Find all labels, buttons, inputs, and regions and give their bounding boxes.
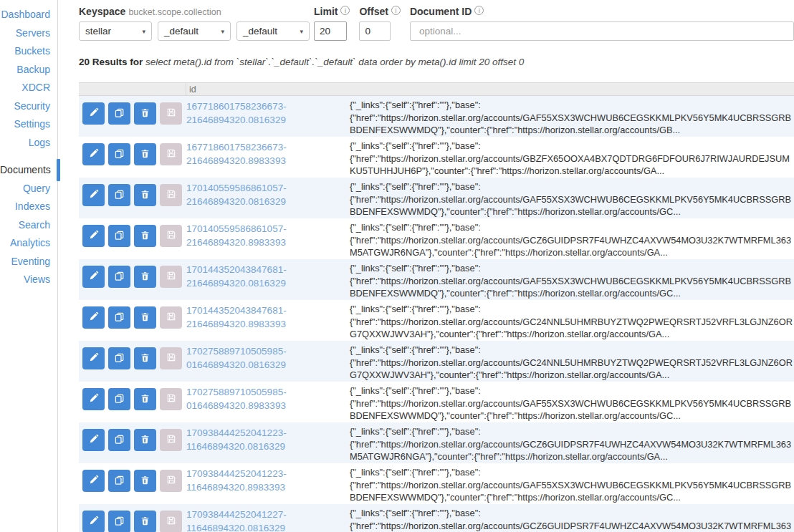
copy-document-button[interactable] xyxy=(108,266,130,288)
floppy-save-icon xyxy=(166,230,176,242)
copy-icon xyxy=(114,434,125,447)
edit-document-button[interactable] xyxy=(82,306,105,329)
document-json-preview: {"_links":{"self":{"href":""},"base": {"… xyxy=(350,218,794,259)
document-id-link[interactable]: 170938444252041223-11646894320.0816329 xyxy=(186,422,350,463)
document-id-link[interactable]: 170275889710505985-01646894320.0816329 xyxy=(186,341,350,382)
sidebar-item-indexes[interactable]: Indexes xyxy=(0,198,57,216)
sidebar-item-search[interactable]: Search xyxy=(0,216,57,235)
delete-document-button[interactable] xyxy=(134,184,156,206)
copy-icon xyxy=(114,352,125,365)
pencil-icon xyxy=(89,107,99,120)
results-query-text: select meta().id from `stellar`.`_defaul… xyxy=(145,57,524,67)
document-id-link[interactable]: 170144352043847681-21646894320.8983393 xyxy=(186,300,350,341)
copy-document-button[interactable] xyxy=(108,306,130,329)
edit-document-button[interactable] xyxy=(82,184,105,206)
results-summary: 20 Results for select meta().id from `st… xyxy=(79,57,794,67)
document-id-link[interactable]: 170140559586861057-21646894320.0816329 xyxy=(186,178,350,218)
copy-document-button[interactable] xyxy=(108,102,130,125)
delete-document-button[interactable] xyxy=(134,511,156,532)
sidebar-item-buckets[interactable]: Buckets xyxy=(0,42,57,61)
delete-document-button[interactable] xyxy=(134,429,156,451)
floppy-save-icon xyxy=(166,148,176,160)
sidebar-item-analytics[interactable]: Analytics xyxy=(0,234,57,253)
delete-document-button[interactable] xyxy=(134,266,156,288)
save-document-button xyxy=(160,102,182,125)
delete-document-button[interactable] xyxy=(134,225,156,247)
document-id-link[interactable]: 170144352043847681-21646894320.0816329 xyxy=(186,259,350,300)
edit-document-button[interactable] xyxy=(82,102,105,125)
sidebar-item-label: Servers xyxy=(16,27,50,39)
sidebar-item-views[interactable]: Views xyxy=(0,271,57,289)
trash-icon xyxy=(140,475,150,487)
table-row: 170144352043847681-21646894320.8983393 {… xyxy=(79,300,794,341)
documents-main-panel: Keyspacebucket.scope.collection stellar … xyxy=(58,0,794,532)
edit-document-button[interactable] xyxy=(82,225,105,247)
sidebar-item-backup[interactable]: Backup xyxy=(0,61,57,79)
sidebar-item-eventing[interactable]: Eventing xyxy=(0,253,57,271)
pencil-icon xyxy=(89,516,99,528)
offset-input[interactable] xyxy=(359,21,391,41)
sidebar-item-label: Indexes xyxy=(15,200,50,212)
document-id-link[interactable]: 170140559586861057-21646894320.8983393 xyxy=(186,218,350,259)
edit-document-button[interactable] xyxy=(82,347,105,369)
results-count: 20 Results for xyxy=(79,57,143,67)
sidebar-item-query[interactable]: Query xyxy=(0,180,57,198)
scope-select[interactable]: _default ▾ xyxy=(158,21,231,41)
document-id-link[interactable]: 167718601758236673-21646894320.0816329 xyxy=(186,96,350,137)
pencil-icon xyxy=(89,271,99,283)
copy-document-button[interactable] xyxy=(108,143,130,165)
document-id-link[interactable]: 167718601758236673-21646894320.8983393 xyxy=(186,137,350,178)
sidebar-item-dashboard[interactable]: Dashboard xyxy=(0,6,57,24)
sidebar-item-logs[interactable]: Logs xyxy=(0,134,57,153)
copy-document-button[interactable] xyxy=(108,388,130,410)
document-id-link[interactable]: 170938444252041227-11646894320.0816329 xyxy=(186,504,350,532)
copy-icon xyxy=(114,148,125,161)
sidebar-item-xdcr[interactable]: XDCR xyxy=(0,79,57,97)
edit-document-button[interactable] xyxy=(82,143,105,165)
pencil-icon xyxy=(89,311,99,324)
sidebar-item-label: Dashboard xyxy=(1,9,51,20)
keyspace-group: Keyspacebucket.scope.collection stellar … xyxy=(79,6,310,41)
sidebar-item-documents[interactable]: Documents xyxy=(0,161,57,180)
bucket-select[interactable]: stellar ▾ xyxy=(79,21,152,41)
active-item-indicator xyxy=(57,159,60,181)
save-document-button xyxy=(160,388,182,410)
sidebar-item-label: Security xyxy=(14,100,50,112)
edit-document-button[interactable] xyxy=(82,511,105,532)
document-id-input[interactable] xyxy=(410,21,794,41)
copy-document-button[interactable] xyxy=(108,225,130,247)
edit-document-button[interactable] xyxy=(82,429,105,451)
edit-document-button[interactable] xyxy=(82,470,105,492)
save-document-button xyxy=(160,266,182,288)
document-id-link[interactable]: 170275889710505985-01646894320.8983393 xyxy=(186,382,350,422)
edit-document-button[interactable] xyxy=(82,266,105,288)
copy-document-button[interactable] xyxy=(108,184,130,206)
trash-icon xyxy=(140,108,150,120)
delete-document-button[interactable] xyxy=(134,102,156,125)
sidebar-item-label: Buckets xyxy=(14,45,50,57)
edit-document-button[interactable] xyxy=(82,388,105,410)
table-row: 170938444252041223-11646894320.8983393 {… xyxy=(79,463,794,504)
row-actions xyxy=(79,382,186,422)
floppy-save-icon xyxy=(166,434,176,446)
sidebar-item-servers[interactable]: Servers xyxy=(0,24,57,43)
sidebar-item-security[interactable]: Security xyxy=(0,97,57,116)
copy-document-button[interactable] xyxy=(108,511,130,532)
copy-document-button[interactable] xyxy=(108,347,130,369)
sidebar-item-settings[interactable]: Settings xyxy=(0,115,57,134)
delete-document-button[interactable] xyxy=(134,388,156,410)
copy-document-button[interactable] xyxy=(108,470,130,492)
limit-input[interactable] xyxy=(314,21,347,41)
collection-select[interactable]: _default ▾ xyxy=(236,21,310,41)
delete-document-button[interactable] xyxy=(134,470,156,492)
copy-document-button[interactable] xyxy=(108,429,130,451)
sidebar-item-label: Search xyxy=(19,219,50,231)
delete-document-button[interactable] xyxy=(134,347,156,369)
floppy-save-icon xyxy=(166,107,176,120)
info-icon: i xyxy=(474,6,484,15)
delete-document-button[interactable] xyxy=(134,143,156,165)
save-document-button xyxy=(160,184,182,206)
document-id-link[interactable]: 170938444252041223-11646894320.8983393 xyxy=(186,463,350,504)
row-actions xyxy=(79,300,186,341)
delete-document-button[interactable] xyxy=(134,306,156,329)
